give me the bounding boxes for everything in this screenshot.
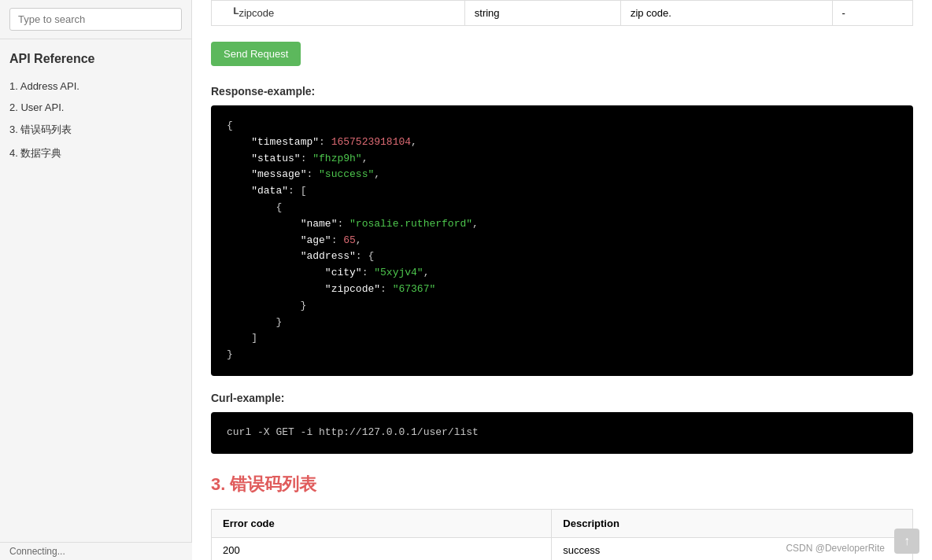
watermark: CSDN @DeveloperRite — [786, 543, 885, 554]
sidebar-item-data-dict[interactable]: 4. 数据字典 — [0, 142, 191, 165]
status-bar: Connecting... — [0, 542, 192, 560]
sidebar-item-error-codes[interactable]: 3. 错误码列表 — [0, 118, 191, 142]
description-header: Description — [552, 509, 913, 537]
param-name-cell: └└zipcode — [212, 1, 465, 26]
sidebar: API Reference 1. Address API. 2. User AP… — [0, 0, 192, 560]
scroll-to-top-button[interactable]: ↑ — [894, 529, 919, 554]
sidebar-title: API Reference — [0, 39, 191, 72]
curl-code-block: curl -X GET -i http://127.0.0.1/user/lis… — [211, 412, 913, 454]
error-code-header: Error code — [212, 509, 552, 537]
sidebar-nav: 1. Address API. 2. User API. 3. 错误码列表 4.… — [0, 72, 191, 168]
send-request-button[interactable]: Send Request — [211, 42, 301, 66]
response-label: Response-example: — [211, 85, 913, 98]
param-type-cell: string — [464, 1, 620, 26]
table-row: └└zipcode string zip code. - — [212, 1, 913, 26]
main-content: └└zipcode string zip code. - Send Reques… — [192, 0, 932, 560]
search-input[interactable] — [9, 8, 182, 31]
search-box — [0, 0, 191, 39]
param-table: └└zipcode string zip code. - — [211, 0, 913, 26]
param-desc-cell: zip code. — [620, 1, 832, 26]
section3-heading: 3. 错误码列表 — [211, 473, 913, 496]
sidebar-item-user-api[interactable]: 2. User API. — [0, 97, 191, 118]
param-name: └zipcode — [231, 7, 274, 19]
curl-label: Curl-example: — [211, 392, 913, 404]
response-code-block: { "timestamp": 1657523918104, "status": … — [211, 105, 913, 376]
sidebar-item-address-api[interactable]: 1. Address API. — [0, 76, 191, 97]
error-table-header-row: Error code Description — [212, 509, 913, 537]
error-code-cell: 200 — [212, 537, 552, 560]
param-required-cell: - — [832, 1, 912, 26]
